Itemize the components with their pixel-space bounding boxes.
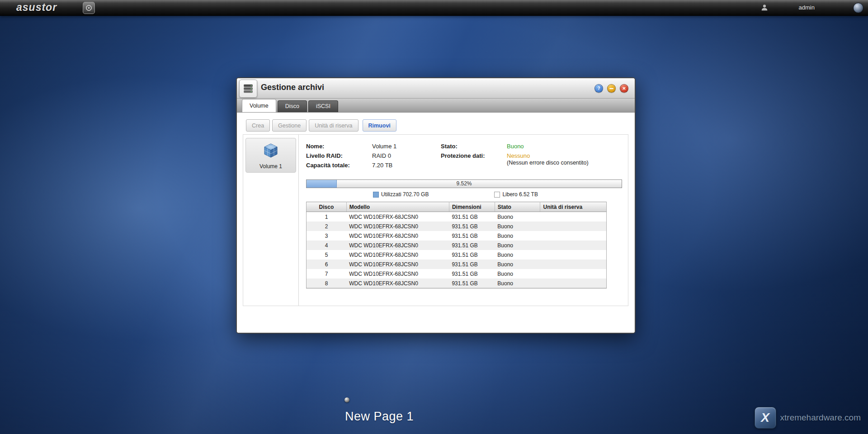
volume-list-item[interactable]: Volume 1 <box>245 138 296 173</box>
protezione-note: (Nessun errore disco consentito) <box>507 160 589 166</box>
disk-table-cell <box>540 278 607 288</box>
disk-glyph-icon <box>85 5 92 11</box>
disk-table-cell: 7 <box>307 269 347 278</box>
user-silhouette-icon[interactable] <box>760 4 769 12</box>
volume-content-panel: Volume 1 Nome: Volume 1 Livello RAID: RA… <box>243 134 628 306</box>
disk-table-row[interactable]: 5WDC WD10EFRX-68JCSN0931.51 GBBuono <box>307 250 607 259</box>
minimize-bar-icon <box>609 88 613 89</box>
disk-table-row[interactable]: 8WDC WD10EFRX-68JCSN0931.51 GBBuono <box>307 278 607 288</box>
raid-label: Livello RAID: <box>306 152 372 159</box>
protezione-label: Protezione dati: <box>441 152 507 166</box>
disk-table-header[interactable]: Stato <box>495 202 540 212</box>
disk-table-cell: 6 <box>307 259 347 269</box>
nome-label: Nome: <box>306 143 372 150</box>
disk-table-header[interactable]: Unità di riserva <box>540 202 607 212</box>
disk-table-row[interactable]: 2WDC WD10EFRX-68JCSN0931.51 GBBuono <box>307 222 607 231</box>
usage-legend: Utilizzati 702.70 GB Libero 6.52 TB <box>306 191 628 198</box>
disk-table-cell: Buono <box>495 212 540 222</box>
disk-table-header[interactable]: Dimensioni <box>449 202 495 212</box>
disk-table-cell: Buono <box>495 259 540 269</box>
disk-table-cell <box>540 250 607 259</box>
crea-button[interactable]: Crea <box>246 119 270 132</box>
rimuovi-button[interactable]: Rimuovi <box>363 119 396 132</box>
disk-table-cell <box>540 259 607 269</box>
disk-table-cell: WDC WD10EFRX-68JCSN0 <box>346 241 449 250</box>
used-swatch-icon <box>373 192 379 198</box>
tab-volume[interactable]: Volume <box>242 99 276 112</box>
volume-detail-pane: Nome: Volume 1 Livello RAID: RAID 0 Capa… <box>299 135 628 306</box>
logged-in-user[interactable]: admin <box>799 4 815 11</box>
tab-disco[interactable]: Disco <box>278 100 307 112</box>
window-tabbar: Volume Disco iSCSI <box>237 99 635 113</box>
usage-progress-bar: 9.52% <box>306 179 622 188</box>
window-titlebar[interactable]: Gestione archivi ? ✕ <box>237 78 635 99</box>
disk-table-cell: 2 <box>307 222 347 231</box>
disk-table-cell: 931.51 GB <box>449 278 495 288</box>
disk-table-cell: WDC WD10EFRX-68JCSN0 <box>346 222 449 231</box>
disk-table-cell <box>540 269 607 278</box>
disk-table-row[interactable]: 6WDC WD10EFRX-68JCSN0931.51 GBBuono <box>307 259 607 269</box>
disk-table-cell: 5 <box>307 250 347 259</box>
usage-percent-label: 9.52% <box>307 180 622 188</box>
disk-table-cell: 931.51 GB <box>449 231 495 241</box>
disk-table-cell: 931.51 GB <box>449 259 495 269</box>
volume-details: Nome: Volume 1 Livello RAID: RAID 0 Capa… <box>306 143 628 169</box>
disk-table-cell: 931.51 GB <box>449 222 495 231</box>
disk-table-cell: 931.51 GB <box>449 250 495 259</box>
free-swatch-icon <box>494 192 500 198</box>
xtremehardware-logo-icon: X <box>755 407 776 429</box>
nome-value: Volume 1 <box>372 143 441 150</box>
gestione-button[interactable]: Gestione <box>272 119 307 132</box>
unita-di-riserva-button[interactable]: Unità di riserva <box>309 119 358 132</box>
tab-iscsi[interactable]: iSCSI <box>308 100 338 112</box>
watermark: X xtremehardware.com <box>755 407 861 429</box>
disk-table-cell <box>540 222 607 231</box>
volume-item-label: Volume 1 <box>246 163 296 170</box>
app-launcher-icon[interactable] <box>83 2 95 14</box>
volume-cube-icon <box>262 142 280 160</box>
disk-table-row[interactable]: 3WDC WD10EFRX-68JCSN0931.51 GBBuono <box>307 231 607 241</box>
window-body: Crea Gestione Unità di riserva Rimuovi V… <box>237 113 635 333</box>
storage-manager-window: Gestione archivi ? ✕ Volume Disco iSCSI … <box>236 77 636 334</box>
minimize-button[interactable] <box>607 84 616 93</box>
legend-free: Libero 6.52 TB <box>494 191 538 198</box>
disk-table-cell: Buono <box>495 269 540 278</box>
bullet-sphere-icon <box>344 397 349 402</box>
search-orb-icon[interactable] <box>853 3 863 13</box>
disk-table-cell: Buono <box>495 222 540 231</box>
window-controls: ? ✕ <box>594 84 628 93</box>
disk-table-header[interactable]: Modello <box>346 202 449 212</box>
disk-table-cell <box>540 231 607 241</box>
disk-table-cell: WDC WD10EFRX-68JCSN0 <box>346 278 449 288</box>
disk-stack-icon <box>242 83 254 94</box>
disk-table-cell: Buono <box>495 241 540 250</box>
disk-table-cell <box>540 241 607 250</box>
capacita-label: Capacità totale: <box>306 162 372 169</box>
disk-table-body: 1WDC WD10EFRX-68JCSN0931.51 GBBuono2WDC … <box>307 212 607 288</box>
disk-table-cell: 8 <box>307 278 347 288</box>
raid-value: RAID 0 <box>372 152 441 159</box>
storage-manager-app-icon <box>239 80 257 98</box>
disk-table-cell <box>540 212 607 222</box>
disk-table-row[interactable]: 7WDC WD10EFRX-68JCSN0931.51 GBBuono <box>307 269 607 278</box>
page-title: New Page 1 <box>345 410 414 424</box>
volume-list-sidebar: Volume 1 <box>243 135 299 306</box>
disk-table-cell: WDC WD10EFRX-68JCSN0 <box>346 212 449 222</box>
volume-toolbar: Crea Gestione Unità di riserva Rimuovi <box>237 113 635 132</box>
disk-table-cell: 3 <box>307 231 347 241</box>
disk-table-row[interactable]: 4WDC WD10EFRX-68JCSN0931.51 GBBuono <box>307 241 607 250</box>
disk-table-row[interactable]: 1WDC WD10EFRX-68JCSN0931.51 GBBuono <box>307 212 607 222</box>
details-right-column: Stato: Buono Protezione dati: Nessuno (N… <box>441 143 589 169</box>
disk-table-header[interactable]: Disco <box>307 202 347 212</box>
help-button[interactable]: ? <box>594 84 603 93</box>
close-button[interactable]: ✕ <box>620 84 628 93</box>
protezione-value: Nessuno <box>507 152 589 159</box>
protezione-value-block: Nessuno (Nessun errore disco consentito) <box>507 152 589 166</box>
free-label: Libero 6.52 TB <box>502 191 538 198</box>
disk-table-cell: 931.51 GB <box>449 269 495 278</box>
disk-table-cell: WDC WD10EFRX-68JCSN0 <box>346 269 449 278</box>
disk-table-cell: Buono <box>495 231 540 241</box>
disk-table-cell: 931.51 GB <box>449 212 495 222</box>
disk-table-cell: Buono <box>495 278 540 288</box>
capacita-value: 7.20 TB <box>372 162 441 169</box>
